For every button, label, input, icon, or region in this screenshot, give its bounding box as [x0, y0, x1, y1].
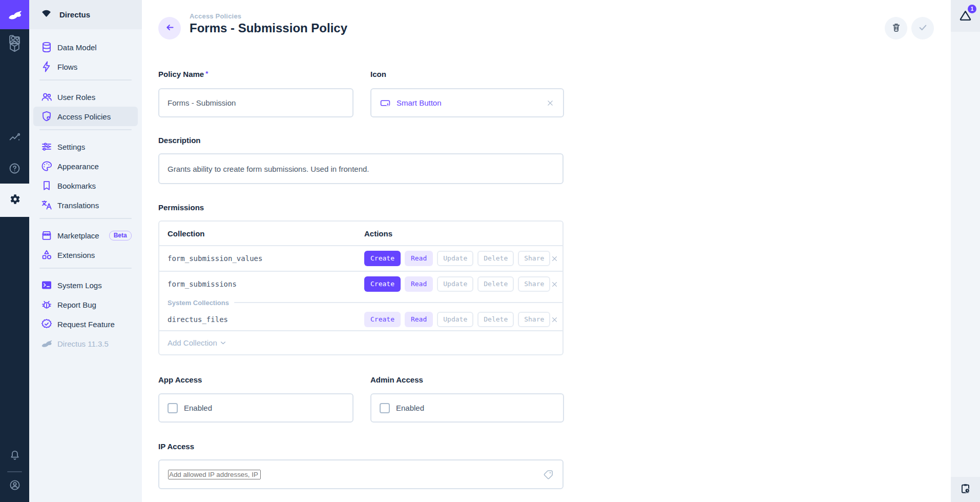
ip-access-input[interactable]: [168, 470, 261, 479]
rail-account-button[interactable]: [0, 475, 29, 497]
sidebar-nav: Data ModelFlowsUser RolesAccess Policies…: [29, 37, 142, 353]
sidebar-item-flows[interactable]: Flows: [33, 57, 138, 76]
tag-icon[interactable]: [543, 469, 554, 480]
required-asterisk: *: [205, 70, 208, 77]
beta-badge: Beta: [109, 231, 132, 240]
project-header[interactable]: Directus: [29, 0, 142, 29]
icon-input[interactable]: Smart Button: [370, 88, 564, 117]
collection-column-header: Collection: [168, 229, 364, 238]
app-access-checkbox[interactable]: [168, 403, 178, 413]
insights-icon: [8, 131, 21, 146]
rail-module-file-library[interactable]: [0, 29, 29, 52]
remove-collection-button[interactable]: [550, 280, 559, 289]
sidebar-item-data-model[interactable]: Data Model: [33, 37, 138, 57]
bug-icon: [40, 298, 53, 311]
permission-chip-update[interactable]: Update: [437, 276, 473, 292]
permissions-table: Collection Actions form_submission_value…: [158, 220, 564, 355]
sidebar-item-system-logs[interactable]: System Logs: [33, 275, 138, 295]
sidebar-divider: [29, 79, 142, 87]
bolt-icon: [40, 61, 53, 73]
rail-module-help[interactable]: [0, 158, 29, 180]
permission-row: form_submissionsCreateReadUpdateDeleteSh…: [159, 272, 562, 296]
description-input[interactable]: Grants ability to create form submission…: [158, 153, 564, 184]
activity-sidebar-toggle[interactable]: [951, 477, 980, 502]
collection-name: directus_files: [168, 315, 364, 324]
icon-value: Smart Button: [397, 98, 442, 107]
palette-icon: [40, 160, 53, 172]
permission-chip-update[interactable]: Update: [437, 251, 473, 266]
save-button[interactable]: [911, 17, 934, 39]
permission-chip-create[interactable]: Create: [364, 312, 401, 327]
sidebar-item-bookmarks[interactable]: Bookmarks: [33, 176, 138, 195]
sidebar-item-translations[interactable]: Translations: [33, 195, 138, 215]
sidebar-item-extensions[interactable]: Extensions: [33, 245, 138, 265]
add-collection-button[interactable]: Add Collection: [159, 331, 562, 354]
main-content: Access Policies Forms - Submission Polic…: [142, 0, 951, 502]
sidebar-item-report-bug[interactable]: Report Bug: [33, 295, 138, 314]
admin-access-label: Admin Access: [370, 375, 564, 384]
clear-icon-button[interactable]: [546, 98, 555, 108]
sidebar-item-directus-11-3-5[interactable]: Directus 11.3.5: [33, 334, 138, 353]
permission-chip-update[interactable]: Update: [437, 312, 473, 327]
permission-chip-share[interactable]: Share: [518, 312, 550, 327]
rail-divider: [7, 471, 22, 472]
check-icon: [918, 22, 928, 35]
storefront-icon: [40, 229, 53, 242]
permissions-table-header: Collection Actions: [159, 222, 562, 246]
help-icon: [8, 162, 21, 177]
permission-chip-delete[interactable]: Delete: [477, 276, 514, 292]
project-name: Directus: [59, 10, 90, 19]
module-rail: [0, 0, 29, 502]
remove-collection-button[interactable]: [550, 254, 559, 263]
notifications-button[interactable]: 1: [958, 8, 972, 24]
shapes-icon: [40, 249, 53, 261]
policy-name-input[interactable]: [168, 98, 344, 107]
collection-name: form_submission_values: [168, 254, 364, 263]
database-icon: [40, 41, 53, 53]
right-sidebar: 1: [951, 0, 980, 502]
sidebar-item-appearance[interactable]: Appearance: [33, 156, 138, 176]
back-button[interactable]: [158, 17, 181, 39]
collection-name: form_submissions: [168, 280, 364, 288]
rail-module-insights[interactable]: [0, 127, 29, 150]
permissions-field: Permissions Collection Actions form_subm…: [158, 203, 564, 355]
rail-notifications-button[interactable]: [0, 445, 29, 468]
breadcrumb[interactable]: Access Policies: [190, 12, 347, 20]
permission-chip-read[interactable]: Read: [405, 251, 433, 266]
page-title: Forms - Submission Policy: [190, 21, 347, 35]
directus-logo[interactable]: [0, 0, 29, 29]
permission-chip-read[interactable]: Read: [405, 276, 433, 292]
permission-row: directus_filesCreateReadUpdateDeleteShar…: [159, 309, 562, 331]
smart-button-icon: [380, 97, 391, 109]
permission-chip-share[interactable]: Share: [518, 251, 550, 266]
admin-access-checkbox[interactable]: [380, 403, 390, 413]
remove-collection-button[interactable]: [550, 315, 559, 324]
rail-module-settings[interactable]: [0, 184, 29, 217]
bookmark-icon: [40, 179, 53, 192]
clipboard-clock-icon: [960, 483, 971, 496]
description-label: Description: [158, 136, 564, 145]
sidebar-item-settings[interactable]: Settings: [33, 137, 138, 156]
settings-sidebar: Directus Data ModelFlowsUser RolesAccess…: [29, 0, 142, 502]
app-access-field: App Access Enabled: [158, 375, 353, 423]
arrow-left-icon: [164, 22, 175, 35]
permission-chip-create[interactable]: Create: [364, 251, 401, 266]
permission-chip-delete[interactable]: Delete: [477, 251, 514, 266]
notification-count-badge: 1: [968, 5, 976, 13]
rabbit-icon: [7, 7, 23, 23]
permission-chip-share[interactable]: Share: [518, 276, 550, 292]
chevron-down-icon: [219, 338, 227, 347]
permission-chip-delete[interactable]: Delete: [477, 312, 514, 327]
sidebar-divider: [29, 218, 142, 226]
sidebar-item-user-roles[interactable]: User Roles: [33, 87, 138, 107]
permission-chip-read[interactable]: Read: [405, 312, 433, 327]
page-header: Access Policies Forms - Submission Polic…: [190, 12, 347, 35]
admin-access-checkbox-label: Enabled: [396, 404, 424, 412]
folder-icon: [8, 33, 21, 48]
sidebar-item-marketplace[interactable]: MarketplaceBeta: [33, 226, 138, 245]
terminal-icon: [40, 279, 53, 291]
sidebar-item-access-policies[interactable]: Access Policies: [33, 107, 138, 126]
delete-button[interactable]: [885, 17, 907, 39]
permission-chip-create[interactable]: Create: [364, 276, 401, 292]
sidebar-item-request-feature[interactable]: Request Feature: [33, 314, 138, 334]
